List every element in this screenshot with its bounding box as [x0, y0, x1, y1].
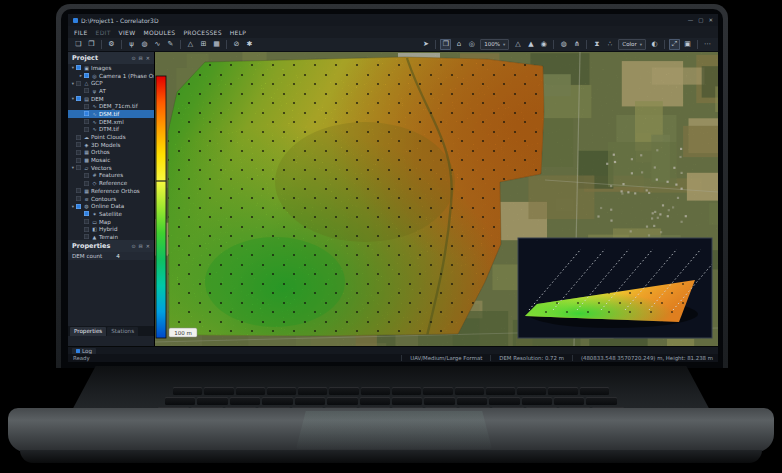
tree-item-satellite[interactable]: ✶Satellite	[68, 210, 154, 218]
aerial-triangulation-icon[interactable]: ψ	[126, 39, 137, 50]
tree-checkbox[interactable]	[76, 142, 81, 147]
tree-checkbox[interactable]	[76, 81, 81, 86]
tree-checkbox[interactable]	[76, 188, 81, 193]
zoom-region-icon[interactable]: ◉	[538, 39, 549, 50]
tree-checkbox[interactable]	[84, 73, 89, 78]
tiling-icon[interactable]: ▦	[211, 39, 222, 50]
dock-icon[interactable]: ⊟	[139, 243, 143, 249]
menu-item-help[interactable]: HELP	[230, 29, 246, 36]
menu-item-view[interactable]: VIEW	[119, 29, 136, 36]
menu-item-modules[interactable]: MODULES	[143, 29, 175, 36]
tree-checkbox[interactable]	[76, 65, 81, 70]
fullscreen-icon[interactable]: ⤢	[669, 39, 680, 50]
tree-item-orthos[interactable]: ▦Orthos	[68, 149, 154, 157]
triangulation-icon[interactable]: △	[185, 39, 196, 50]
tree-item-mosaic[interactable]: ▩Mosaic	[68, 156, 154, 164]
tree-item-camera-1-phase-one-ixm-[interactable]: ▸◎Camera 1 (Phase One iXM)	[68, 72, 154, 80]
processing-queue-icon[interactable]: ⧗	[591, 39, 602, 50]
minimize-button[interactable]: —	[688, 17, 694, 23]
snapshot-icon[interactable]: ▣	[682, 39, 693, 50]
inset-3d-preview	[518, 238, 718, 338]
keyboard-key	[230, 397, 260, 405]
zoom-select[interactable]: 100% ▾	[480, 39, 509, 50]
terrain-2d-icon[interactable]: △	[512, 39, 523, 50]
map-canvas[interactable]: 100 m	[155, 52, 718, 346]
tree-item-point-clouds[interactable]: ☁Point Clouds	[68, 133, 154, 141]
more-icon[interactable]: ⋯	[702, 39, 713, 50]
share-view-icon[interactable]: ∴	[604, 39, 615, 50]
contrast-icon[interactable]: ◐	[649, 39, 660, 50]
exclusion-icon[interactable]: ⊘	[231, 39, 242, 50]
tree-checkbox[interactable]	[76, 158, 81, 163]
tree-item-gcp[interactable]: ▾△GCP	[68, 79, 154, 87]
layers-icon[interactable]: ❒	[440, 39, 451, 50]
display-mode-select[interactable]: Color ▾	[618, 39, 646, 50]
tree-checkbox[interactable]	[76, 165, 81, 170]
tree-item-reference[interactable]: ◇Reference	[68, 179, 154, 187]
keyboard-key	[489, 397, 519, 405]
zoom-tool-icon[interactable]: ◎	[466, 39, 477, 50]
globe-view-icon[interactable]: ◍	[558, 39, 569, 50]
tree-item-at[interactable]: ψAT	[68, 87, 154, 95]
tree-item-dem-71cm-tif[interactable]: ∿DEM_71cm.tif	[68, 102, 154, 110]
camera-icon: ◎	[91, 73, 98, 79]
tree-item-hybrid[interactable]: ◧Hybrid	[68, 225, 154, 233]
open-project-icon[interactable]: ❐	[86, 39, 97, 50]
tree-item-contours[interactable]: ≋Contours	[68, 195, 154, 203]
select-tool-icon[interactable]: ➤	[420, 39, 431, 50]
tree-checkbox[interactable]	[84, 219, 89, 224]
tree-checkbox[interactable]	[84, 104, 89, 109]
close-button[interactable]: ✕	[708, 17, 713, 23]
menu-item-processes[interactable]: PROCESSES	[183, 29, 221, 36]
tree-item-vectors[interactable]: ▾▱Vectors	[68, 164, 154, 172]
tree-checkbox[interactable]	[84, 211, 89, 216]
stations-icon[interactable]: ⋔	[571, 39, 582, 50]
settings-icon[interactable]: ⚙	[106, 39, 117, 50]
tree-checkbox[interactable]	[84, 234, 89, 239]
tree-checkbox[interactable]	[84, 127, 89, 132]
menu-item-file[interactable]: FILE	[74, 29, 88, 36]
script-icon[interactable]: ✱	[244, 39, 255, 50]
tree-item-3d-models[interactable]: ◈3D Models	[68, 141, 154, 149]
tree-checkbox[interactable]	[76, 135, 81, 140]
close-panel-icon[interactable]: ✕	[146, 243, 150, 249]
tree-item-dem[interactable]: ▾▤DEM	[68, 95, 154, 103]
window-controls: —▢✕	[688, 17, 713, 23]
dock-icon[interactable]: ⊟	[139, 55, 143, 61]
tree-item-images[interactable]: ▾▣Images	[68, 64, 154, 72]
tree-checkbox[interactable]	[84, 227, 89, 232]
tree-item-dtm-tif[interactable]: ∿DTM.tif	[68, 126, 154, 134]
keyboard-key	[517, 387, 546, 395]
tree-checkbox[interactable]	[76, 204, 81, 209]
tree-checkbox[interactable]	[84, 88, 89, 93]
map-viewport[interactable]: 100 m	[155, 52, 718, 346]
feature-edit-icon[interactable]: ✎	[165, 39, 176, 50]
home-view-icon[interactable]: ⌂	[453, 39, 464, 50]
maximize-button[interactable]: ▢	[698, 17, 703, 23]
tree-item-dsm-tif[interactable]: ∿DSM.tif	[68, 110, 154, 118]
tree-checkbox[interactable]	[76, 196, 81, 201]
terrain-3d-icon[interactable]: ▲	[525, 39, 536, 50]
tab-stations[interactable]: Stations	[107, 327, 138, 336]
tree-checkbox[interactable]	[76, 150, 81, 155]
close-panel-icon[interactable]: ✕	[146, 55, 150, 61]
tree-checkbox[interactable]	[84, 119, 89, 124]
tree-item-dem-xml[interactable]: ∿DEM.xml	[68, 118, 154, 126]
tree-item-map[interactable]: ▭Map	[68, 218, 154, 226]
dtm-extraction-icon[interactable]: ∿	[152, 39, 163, 50]
pin-icon[interactable]: ⊙	[131, 55, 135, 61]
tree-checkbox[interactable]	[84, 181, 89, 186]
tree-item-features[interactable]: #Features	[68, 172, 154, 180]
menu-item-edit[interactable]: EDIT	[96, 29, 111, 36]
new-project-icon[interactable]: ❏	[73, 39, 84, 50]
pin-icon[interactable]: ⊙	[131, 243, 135, 249]
tree-checkbox[interactable]	[76, 96, 81, 101]
dem-extraction-icon[interactable]: ◍	[139, 39, 150, 50]
tree-checkbox[interactable]	[84, 111, 89, 116]
mosaic-icon[interactable]: ⊞	[198, 39, 209, 50]
tree-checkbox[interactable]	[84, 173, 89, 178]
tree-item-label: Vectors	[91, 165, 112, 171]
tree-item-reference-orthos[interactable]: ▦Reference Orthos	[68, 187, 154, 195]
tree-item-online-data[interactable]: ▾◍Online Data	[68, 202, 154, 210]
tab-properties[interactable]: Properties	[70, 327, 106, 336]
